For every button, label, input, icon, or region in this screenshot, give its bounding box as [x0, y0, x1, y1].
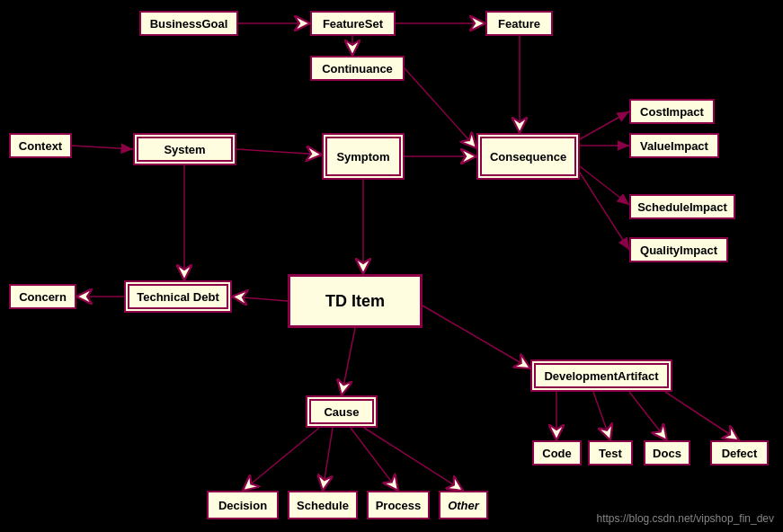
svg-line-17 [342, 328, 355, 395]
node-valueimpact: ValueImpact [629, 133, 719, 158]
svg-line-5 [72, 146, 133, 149]
svg-line-14 [232, 297, 288, 301]
node-context: Context [9, 133, 72, 158]
svg-line-20 [629, 392, 667, 440]
node-defect: Defect [710, 440, 769, 466]
svg-line-22 [243, 428, 319, 491]
svg-line-21 [665, 392, 739, 440]
svg-line-16 [423, 306, 530, 368]
node-code: Code [532, 440, 582, 466]
node-costimpact: CostImpact [629, 99, 715, 124]
node-tditem: TD Item [288, 274, 423, 328]
svg-line-10 [580, 166, 629, 205]
svg-line-24 [351, 428, 398, 491]
node-concern: Concern [9, 284, 76, 309]
node-cause: Cause [306, 395, 378, 428]
node-consequence: Consequence [476, 133, 580, 180]
svg-line-25 [364, 428, 463, 491]
svg-line-6 [236, 149, 322, 155]
node-developmentartifact: DevelopmentArtifact [530, 359, 672, 392]
node-docs: Docs [644, 440, 690, 466]
svg-line-4 [405, 68, 476, 148]
node-test: Test [588, 440, 633, 466]
node-other: Other [439, 491, 488, 519]
node-technicaldebt: Technical Debt [124, 280, 232, 313]
svg-line-8 [580, 111, 629, 139]
watermark: https://blog.csdn.net/vipshop_fin_dev [597, 512, 774, 525]
node-process: Process [367, 491, 430, 519]
node-qualityimpact: QualityImpact [629, 237, 728, 262]
diagram-container: BusinessGoal FeatureSet Feature Continua… [0, 0, 783, 532]
node-system: System [133, 133, 236, 165]
node-decision: Decision [207, 491, 279, 519]
node-symptom: Symptom [322, 133, 405, 180]
node-schedule: Schedule [288, 491, 358, 519]
node-scheduleimpact: ScheduleImpact [629, 194, 735, 219]
node-businessgoal: BusinessGoal [139, 11, 238, 36]
node-feature: Feature [485, 11, 553, 36]
svg-line-19 [593, 392, 610, 440]
node-featureset: FeatureSet [310, 11, 396, 36]
svg-line-23 [323, 428, 333, 491]
node-continuance: Continuance [310, 56, 405, 81]
svg-line-11 [580, 173, 629, 250]
